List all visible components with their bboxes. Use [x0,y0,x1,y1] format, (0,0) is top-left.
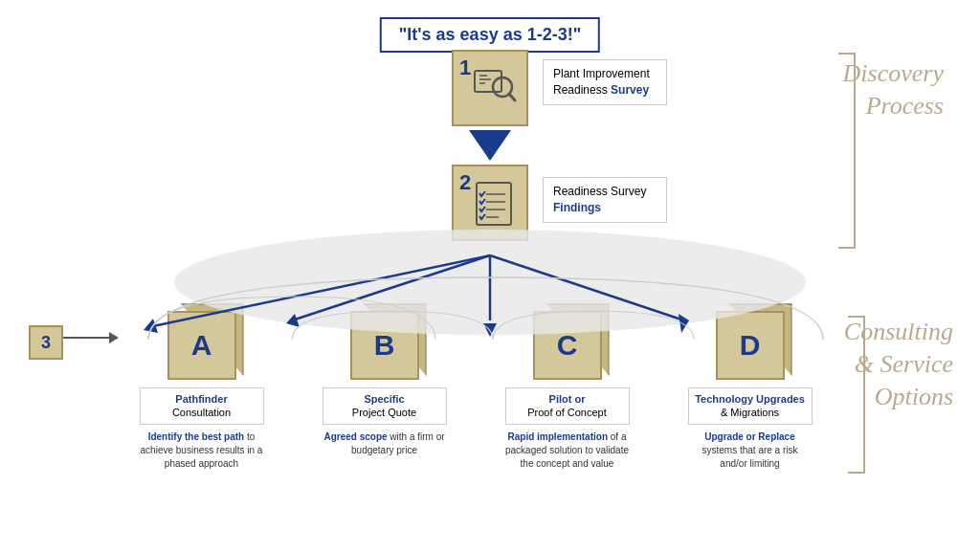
option-b-cube: B [350,311,419,380]
option-c-col: C Pilot or Proof of Concept Rapid implem… [501,311,635,471]
bracket-consulting [848,316,865,474]
steps-container: 1 2 [452,50,528,241]
label-box-step1: Plant Improvement Readiness Survey [543,59,667,105]
step2-icon [472,181,516,229]
title-text: "It's as easy as 1-2-3!" [399,25,581,44]
step-arrow [469,130,511,161]
step1-number: 1 [459,55,471,80]
options-row: A Pathfinder Consultation Identify the b… [110,311,841,471]
step1-icon [470,66,518,114]
option-b-desc: Agreed scope with a firm or budgetary pr… [323,431,447,457]
bracket-discovery [838,53,856,249]
svg-line-5 [509,94,515,100]
option-c-desc: Rapid implementation of a packaged solut… [505,431,630,471]
option-a-desc: Identify the best path to achieve busine… [140,431,264,471]
discovery-label: Discovery Process [843,57,944,122]
option-b-col: B Specific Project Quote Agreed scope wi… [318,311,452,471]
step2-number: 2 [459,170,471,195]
label-box-step2: Readiness Survey Findings [543,177,667,223]
option-d-cube: D [716,311,785,380]
svg-rect-0 [475,71,501,92]
option-a-col: A Pathfinder Consultation Identify the b… [135,311,269,471]
option-c-cube: C [533,311,602,380]
option-d-col: D Technology Upgrades & Migrations Upgra… [683,311,817,471]
option-a-cube: A [167,311,236,380]
step1-box: 1 [452,50,528,126]
step3-to-a-arrow [63,337,111,339]
title-box: "It's as easy as 1-2-3!" [380,17,600,53]
step2-box: 2 [452,165,528,241]
option-b-label: Specific Project Quote [323,387,447,425]
option-d-desc: Upgrade or Replace systems that are a ri… [688,431,813,471]
option-d-label: Technology Upgrades & Migrations [688,387,813,425]
step3-box: 3 [29,325,63,360]
main-container: "It's as easy as 1-2-3!" Discovery Proce… [0,0,980,552]
option-c-label: Pilot or Proof of Concept [505,387,630,425]
option-a-label: Pathfinder Consultation [140,387,264,425]
